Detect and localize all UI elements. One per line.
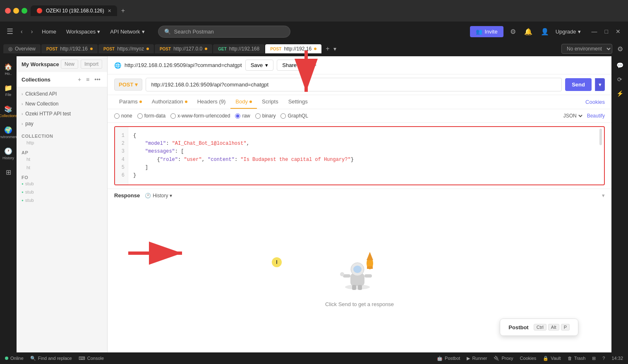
minimize-window-btn[interactable]: — [589, 27, 600, 36]
api-network-btn[interactable]: API Network ▾ [107, 27, 148, 36]
console-item[interactable]: ⌨ Console [79, 356, 104, 361]
back-btn[interactable]: ‹ [18, 26, 25, 36]
right-panel-btn-3[interactable]: ⚡ [614, 88, 626, 99]
code-editor[interactable]: 1 2 3 4 5 6 { "model": "AI_Chat_Bot_1@lo… [114, 126, 605, 185]
collection-item-pay[interactable]: › pay [17, 119, 107, 129]
runner-item[interactable]: ▶ Runner [467, 356, 487, 361]
trash-item[interactable]: 🗑 Trash [568, 356, 586, 361]
close-btn[interactable] [5, 8, 11, 14]
request-tab-2[interactable]: POST https://myoz [98, 44, 154, 53]
vault-item[interactable]: 🔒 Vault [543, 356, 561, 361]
collection-item-clicksend[interactable]: › ClickSend API [17, 89, 107, 99]
unsaved-dot [90, 48, 93, 50]
sort-btn[interactable]: ≡ [84, 75, 91, 84]
settings-btn[interactable]: ⚙ [508, 26, 518, 37]
messages-btn[interactable]: 💬 [614, 60, 626, 71]
opt-form-data[interactable]: form-data [137, 113, 165, 119]
tab-close-btn[interactable]: ✕ [108, 8, 111, 14]
request-tab-1[interactable]: POST http://192.16 [41, 44, 98, 53]
request-tab-5[interactable]: POST http://192.16 [265, 44, 321, 53]
tab-headers[interactable]: Headers (9) [192, 95, 231, 109]
more-options-btn[interactable]: ••• [93, 75, 102, 84]
sidebar-environments-btn[interactable]: 🌍 Environments [0, 123, 17, 142]
tab-authorization[interactable]: Authorization [147, 95, 192, 109]
sidebar-icons: 🏠 Ho.. 📁 File 📚 Collections 🌍 Environmen… [0, 56, 17, 352]
environment-select[interactable]: No environment [561, 44, 612, 54]
home-btn[interactable]: Home [38, 27, 60, 36]
maximize-btn[interactable] [22, 8, 27, 14]
share-btn[interactable]: Share [277, 60, 302, 71]
tab-scripts[interactable]: Scripts [257, 95, 283, 109]
status-dot [5, 357, 8, 360]
right-panel-btn-2[interactable]: ⟳ [615, 74, 625, 85]
sidebar-new-btn[interactable]: 🏠 Ho.. [0, 60, 17, 79]
new-workspace-btn[interactable]: New [61, 60, 78, 69]
import-workspace-btn[interactable]: Import [81, 60, 102, 69]
code-btn[interactable]: </> [305, 60, 318, 71]
sidebar-file-btn[interactable]: 📁 File [0, 81, 17, 100]
cookies-item[interactable]: Cookies [520, 356, 537, 361]
sidebar-apps-btn[interactable]: ⊞ [0, 165, 17, 180]
overview-tab[interactable]: ◎ Overview [3, 44, 41, 53]
scrollbar-thumb[interactable] [599, 129, 602, 145]
request-tabs-bar: ◎ Overview POST http://192.16 POST https… [0, 41, 628, 56]
help-item[interactable]: ? [602, 356, 605, 361]
proxy-item[interactable]: 🔌 Proxy [494, 356, 513, 361]
collection-item-new[interactable]: › New Collection [17, 99, 107, 109]
search-bar[interactable]: 🔍 Search Postman [158, 26, 290, 38]
grid-item[interactable]: ⊞ [592, 356, 596, 361]
opt-none[interactable]: none [114, 113, 132, 119]
opt-graphql[interactable]: GraphQL [280, 113, 308, 119]
send-btn[interactable]: Send [565, 78, 592, 91]
restore-window-btn[interactable]: □ [602, 27, 611, 36]
url-input[interactable] [146, 78, 562, 91]
menu-btn[interactable]: ☰ [5, 25, 15, 38]
opt-binary[interactable]: binary [255, 113, 276, 119]
section-stub-http: http [22, 139, 102, 147]
opt-raw[interactable]: raw [235, 113, 250, 119]
tab-overflow-btn[interactable]: ▾ [333, 46, 336, 52]
opt-urlencoded[interactable]: x-www-form-urlencoded [170, 113, 230, 119]
postbot-item[interactable]: 🤖 Online Postbot [437, 356, 460, 361]
method-select[interactable]: POST ▾ [114, 79, 142, 91]
environment-settings-btn[interactable]: ⚙ [616, 43, 625, 55]
tab-params[interactable]: Params [114, 95, 147, 109]
invite-btn[interactable]: 👥 Invite [470, 26, 503, 37]
notifications-btn[interactable]: 🔔 [523, 26, 534, 37]
collection-item-ozeki[interactable]: › Ozeki HTTP API test [17, 109, 107, 119]
tab-settings[interactable]: Settings [283, 95, 313, 109]
history-btn[interactable]: 🕐 History ▾ [145, 193, 172, 199]
add-collection-btn[interactable]: + [76, 75, 83, 84]
workspaces-btn[interactable]: Workspaces ▾ [63, 27, 103, 36]
key-p: P [561, 324, 570, 330]
save-btn[interactable]: Save ▾ [245, 60, 274, 71]
cookies-btn[interactable]: Cookies [585, 99, 605, 105]
send-dropdown-btn[interactable]: ▾ [595, 78, 605, 91]
svg-rect-10 [352, 285, 356, 290]
invite-icon: 👥 [476, 29, 482, 35]
right-panel: 💬 ⟳ ⚡ [611, 56, 628, 352]
help-icon: ? [602, 356, 605, 361]
format-select[interactable]: JSON [562, 113, 584, 119]
sidebar-collections-btn[interactable]: 📚 Collections [0, 102, 17, 121]
forward-btn[interactable]: › [29, 26, 36, 36]
minimize-btn[interactable] [13, 8, 19, 14]
upgrade-btn[interactable]: Upgrade ▾ [556, 29, 581, 35]
new-tab-btn[interactable]: + [118, 5, 128, 16]
status-item[interactable]: Online [5, 356, 24, 361]
request-tab-3[interactable]: POST http://127.0.0 [155, 44, 212, 53]
bottom-bar: Online 🔍 Find and replace ⌨ Console 🤖 On… [0, 352, 628, 364]
response-expand-btn[interactable]: ▾ [602, 192, 605, 199]
main-layout: 🏠 Ho.. 📁 File 📚 Collections 🌍 Environmen… [0, 56, 628, 352]
scrollbar[interactable] [599, 127, 602, 184]
add-tab-btn[interactable]: + [322, 43, 333, 54]
section-title-collection: Collection [22, 134, 102, 139]
beautify-btn[interactable]: Beautify [587, 113, 605, 119]
find-replace-item[interactable]: 🔍 Find and replace [30, 356, 72, 361]
request-tab-4[interactable]: GET http://192.168 [213, 44, 264, 53]
sidebar-history-btn[interactable]: 🕐 History [0, 144, 17, 163]
tab-body[interactable]: Body [230, 95, 257, 109]
browser-tab-1[interactable]: 🔴 OZEKI 10 (192.168.0.126) ✕ [31, 5, 117, 16]
close-window-btn[interactable]: ✕ [613, 27, 623, 36]
avatar-btn[interactable]: 👤 [539, 26, 551, 37]
